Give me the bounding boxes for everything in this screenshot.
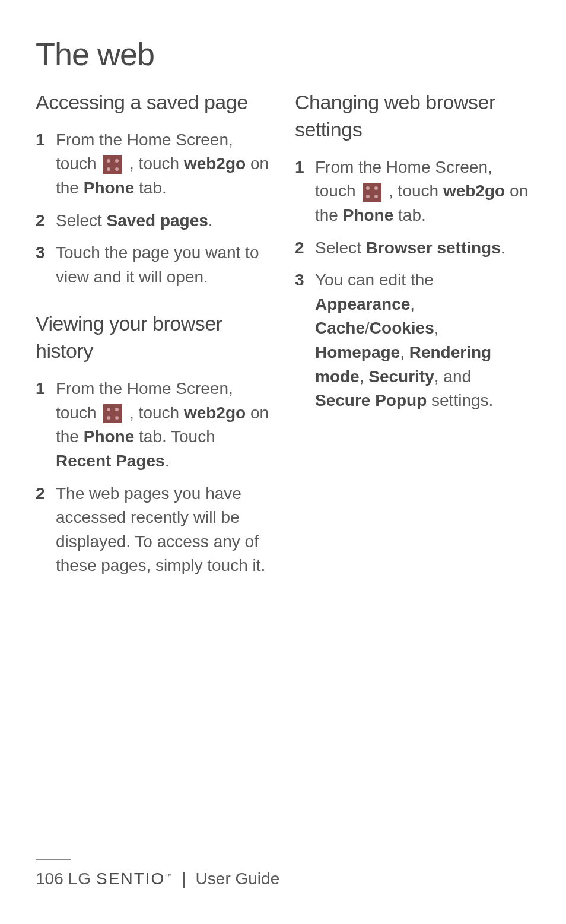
footer-text: 106 LG SENTIO™ | User Guide <box>36 869 530 888</box>
footer-divider: | <box>182 869 186 888</box>
sentio-text: SENTIO <box>96 869 165 888</box>
list-content: The web pages you have accessed recently… <box>56 482 271 578</box>
text: tab. Touch <box>134 427 215 446</box>
text-bold: Browser settings <box>366 239 501 257</box>
list-item: 3 You can edit the Appearance, Cache/Coo… <box>295 268 530 413</box>
text: , <box>400 343 409 361</box>
list-number: 2 <box>295 236 306 261</box>
right-column: Changing web browser settings 1 From the… <box>295 89 530 586</box>
list-number: 2 <box>36 209 46 233</box>
text: . <box>501 239 505 257</box>
text: settings. <box>427 391 493 409</box>
list-number: 1 <box>295 155 306 228</box>
list-number: 1 <box>36 128 46 201</box>
text-bold: Appearance <box>315 295 410 313</box>
text-bold: web2go <box>184 154 246 173</box>
page-footer: 106 LG SENTIO™ | User Guide <box>36 859 530 888</box>
list-number: 3 <box>36 241 46 289</box>
apps-icon <box>103 404 122 423</box>
list-item: 2 Select Browser settings. <box>295 236 530 261</box>
text-bold: Cookies <box>370 319 434 337</box>
text-bold: Homepage <box>315 343 400 361</box>
text: , <box>410 295 415 313</box>
footer-divider-line <box>36 859 71 860</box>
apps-icon <box>363 183 381 202</box>
text: Select <box>56 211 107 230</box>
section-title-viewing-history: Viewing your browser history <box>36 310 271 365</box>
list-content: From the Home Screen, touch , touch web2… <box>315 155 530 228</box>
section-title-accessing-saved: Accessing a saved page <box>36 89 271 116</box>
text: / <box>365 319 370 337</box>
text-bold: Secure Popup <box>315 391 427 409</box>
text-bold: Saved pages <box>107 211 208 230</box>
list-item: 1 From the Home Screen, touch , touch we… <box>36 377 271 473</box>
text-bold: Cache <box>315 319 365 337</box>
text: tab. <box>134 179 166 197</box>
page-number: 106 <box>36 869 63 888</box>
list-number: 3 <box>295 268 306 413</box>
list-content: Touch the page you want to view and it w… <box>56 241 271 289</box>
text: . <box>208 211 213 230</box>
trademark-icon: ™ <box>165 872 172 880</box>
text-bold: Recent Pages <box>56 452 165 470</box>
user-guide-label: User Guide <box>196 869 280 888</box>
list-content: Select Saved pages. <box>56 209 271 233</box>
list-content: From the Home Screen, touch , touch web2… <box>56 377 271 473</box>
list-item: 3 Touch the page you want to view and it… <box>36 241 271 289</box>
list-content: Select Browser settings. <box>315 236 530 261</box>
content-columns: Accessing a saved page 1 From the Home S… <box>36 89 530 586</box>
text: . <box>165 452 170 470</box>
list-content: From the Home Screen, touch , touch web2… <box>56 128 271 201</box>
text: tab. <box>393 206 425 224</box>
text-bold: Security <box>368 367 434 386</box>
text: Select <box>315 239 366 257</box>
text-bold: web2go <box>443 182 505 200</box>
list-number: 1 <box>36 377 46 473</box>
sentio-brand: SENTIO™ <box>96 869 172 888</box>
left-column: Accessing a saved page 1 From the Home S… <box>36 89 271 586</box>
text: , <box>434 319 439 337</box>
text: You can edit the <box>315 271 434 289</box>
text-bold: Phone <box>84 427 135 446</box>
page-title: The web <box>36 36 530 72</box>
text-bold: web2go <box>184 404 246 422</box>
apps-icon <box>103 155 122 174</box>
text: , touch <box>384 182 443 200</box>
list-item: 1 From the Home Screen, touch , touch we… <box>295 155 530 228</box>
text-bold: Phone <box>84 179 135 197</box>
section-title-changing-settings: Changing web browser settings <box>295 89 530 144</box>
list-item: 2 The web pages you have accessed recent… <box>36 482 271 578</box>
list-number: 2 <box>36 482 46 578</box>
text-bold: Phone <box>343 206 394 224</box>
list-item: 2 Select Saved pages. <box>36 209 271 233</box>
text: , touch <box>125 154 184 173</box>
list-content: You can edit the Appearance, Cache/Cooki… <box>315 268 530 413</box>
list-item: 1 From the Home Screen, touch , touch we… <box>36 128 271 201</box>
lg-logo: LG <box>68 869 91 888</box>
text: , and <box>434 367 471 386</box>
text: , touch <box>125 404 184 422</box>
text: , <box>360 367 369 386</box>
